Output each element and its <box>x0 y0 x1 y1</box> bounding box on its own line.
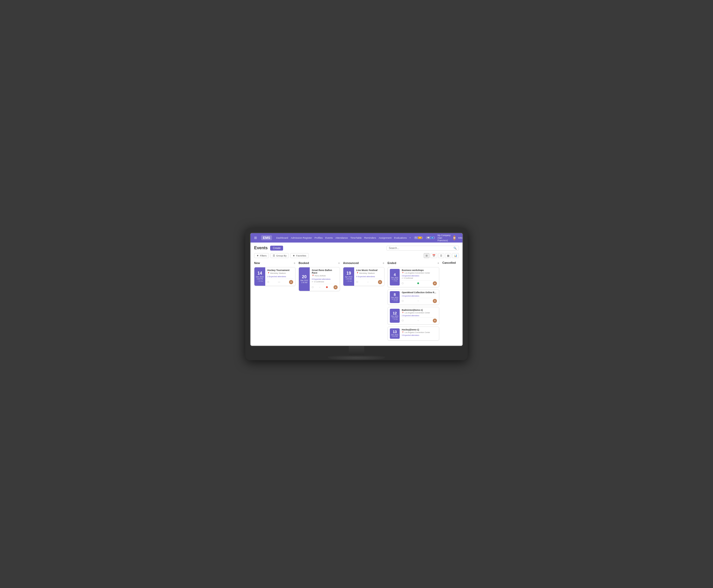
card-footer-booked-1: • M <box>312 284 338 289</box>
ended-title-2: OpenWood Collection Online R... <box>402 291 437 294</box>
card-badminton: 12 Dec 2021 5:30 AM → 14 Dec Badminton(D… <box>388 307 439 324</box>
kanban-board: New + 14 Dec 2022 2:30 PM → 15 Dec <box>254 261 459 343</box>
ended-body-4: Hockey(Demo-1) 📍Los Angeles Convention C… <box>402 329 437 339</box>
status-dot-announced-1 <box>356 281 358 283</box>
card-end: → 21 Apr <box>345 280 352 282</box>
favorites-button[interactable]: ★ Favorites <box>290 253 308 258</box>
navbar-right: ↻ 77 💬 4 My Company (San Francisco) M Mi… <box>414 234 463 242</box>
main-content: Events Create 🔍 ▼ Filters ☰ <box>251 243 462 346</box>
card-avatar-booked-1: M <box>333 285 338 289</box>
toolbar: Events Create 🔍 <box>254 246 459 251</box>
notification-count: 77 <box>418 237 422 239</box>
ended-day-2: 8 <box>394 293 396 296</box>
col-add-new[interactable]: + <box>294 261 296 265</box>
card-avatar-new-1: M <box>289 280 293 284</box>
nav-links: Dashboard Admission Register Profiles Ev… <box>276 236 411 239</box>
card-business-workshops: 4 Dec 2021 11:30 PM → 5 Dec Business wor… <box>388 267 439 287</box>
venue-icon: 📍 <box>402 332 404 334</box>
nav-events[interactable]: Events <box>325 236 333 239</box>
card-day: 19 <box>346 271 351 275</box>
ended-title-1: Business workshops <box>402 269 437 272</box>
card-body-announced-1: Live Music Festival 📍 Wembley Stadium 6 … <box>354 267 384 286</box>
ended-month-4: Dec 2021 <box>391 334 398 336</box>
notification-badge[interactable]: ↻ 77 <box>414 236 423 239</box>
brand-logo[interactable]: EMS <box>261 235 272 240</box>
ended-arrow-2: → 10 Dec <box>392 300 398 301</box>
confirmed-arrow: ↩ <box>402 277 403 279</box>
card-badge-announced-1: 6 Expected attendees <box>356 275 382 278</box>
nav-admission[interactable]: Admission Register <box>291 236 312 239</box>
column-cancelled: Cancelled <box>442 261 459 343</box>
nav-assignment[interactable]: Assignment <box>379 236 392 239</box>
card-time: 2:30 PM <box>257 278 263 280</box>
col-header-cancelled: Cancelled <box>442 261 459 264</box>
card-hockey-tournament: 14 Dec 2022 2:30 PM → 15 Dec Hockey Tour… <box>254 267 296 286</box>
ended-month-1: Dec 2021 <box>391 277 398 278</box>
nav-profiles[interactable]: Profiles <box>315 236 323 239</box>
nav-reminders[interactable]: Reminders <box>364 236 376 239</box>
notification-icon: ↻ <box>415 237 417 239</box>
nav-add[interactable]: + <box>410 236 411 239</box>
ended-date-1: 4 Dec 2021 11:30 PM → 5 Dec <box>390 269 400 286</box>
ended-day-1: 4 <box>394 273 396 276</box>
nav-attendance[interactable]: Attendance <box>335 236 348 239</box>
list-view-button[interactable]: ☰ <box>438 253 444 258</box>
toolbar-left: Events Create <box>254 246 283 251</box>
card-live-music: 19 Apr 2022 1:45 AM → 21 Apr Live Music … <box>343 267 384 286</box>
col-header-booked: Booked + <box>299 261 340 265</box>
col-add-announced[interactable]: + <box>382 261 384 265</box>
col-header-announced: Announced + <box>343 261 384 265</box>
ended-day-3: 12 <box>393 311 397 315</box>
card-day: 20 <box>302 275 307 279</box>
user-avatar[interactable]: M <box>453 235 455 240</box>
chart-view-button[interactable]: 📊 <box>452 253 459 258</box>
stand-neck <box>349 346 364 356</box>
venue-icon: 📍 <box>312 275 314 277</box>
card-hockey-demo: 13 Dec 2021 5:30 AM Hockey(Demo-1) 📍Los … <box>388 327 439 340</box>
search-bar[interactable]: 🔍 <box>387 246 459 251</box>
message-badge[interactable]: 💬 4 <box>426 236 435 239</box>
card-avatar-ended-1: M <box>433 281 437 286</box>
ended-month-2: Dec 2021 <box>391 297 398 298</box>
create-button[interactable]: Create <box>270 246 283 251</box>
filter-icon: ▼ <box>256 254 259 257</box>
col-add-ended[interactable]: + <box>437 261 439 265</box>
col-add-booked[interactable]: + <box>338 261 340 265</box>
kanban-view-button[interactable]: ⊞ <box>424 253 429 258</box>
card-dots: • <box>418 300 418 302</box>
nav-evaluations[interactable]: Evaluations <box>394 236 407 239</box>
ended-date-3: 12 Dec 2021 5:30 AM → 14 Dec <box>390 309 400 323</box>
group-by-button[interactable]: ☰ Group By <box>271 253 289 258</box>
nav-dashboard[interactable]: Dashboard <box>276 236 288 239</box>
nav-timetable[interactable]: TimeTable <box>350 236 362 239</box>
view-icons: ⊞ 📅 ☰ ▦ 📊 <box>424 253 459 258</box>
ended-title-4: Hockey(Demo-1) <box>402 329 437 331</box>
search-input[interactable] <box>389 247 453 250</box>
status-dot-new-1 <box>267 281 269 283</box>
card-day: 14 <box>258 271 262 275</box>
calendar-view-button[interactable]: 📅 <box>430 253 437 258</box>
monitor-stand <box>250 346 463 360</box>
ended-arrow-3: → 14 Dec <box>392 319 398 320</box>
ended-badge-1: 3 Expected attendees <box>402 275 437 277</box>
col-title-announced: Announced <box>343 261 359 265</box>
ended-body-1: Business workshops 📍Los Angeles Conventi… <box>402 269 437 286</box>
status-dot-green <box>417 282 419 284</box>
ended-month-3: Dec 2021 <box>391 315 398 317</box>
filters-button[interactable]: ▼ Filters <box>254 253 269 258</box>
venue-icon: 📍 <box>402 272 404 274</box>
card-month: Dec 2022 <box>256 276 264 278</box>
card-end: → 15 Dec <box>256 280 263 282</box>
card-body-new-1: Hockey Tournament 📍 Wembley Stadium 2 Ex… <box>265 267 295 286</box>
ended-badge-4: 3 Expected attendees <box>402 334 437 336</box>
card-title-new-1: Hockey Tournament <box>267 269 293 272</box>
card-time: 1:45 AM <box>346 278 352 280</box>
card-time: 1:45 AM <box>301 281 307 284</box>
card-date-announced-1: 19 Apr 2022 1:45 AM → 21 Apr <box>343 267 354 286</box>
company-name: My Company (San Francisco) <box>438 234 451 242</box>
column-announced: Announced + 19 Apr 2022 1:45 AM → 21 Apr <box>343 261 384 343</box>
table-view-button[interactable]: ▦ <box>445 253 451 258</box>
card-avatar-announced-1: M <box>378 280 382 284</box>
ended-body-3: Badminton(Demo-1) 📍Los Angeles Conventio… <box>402 309 437 323</box>
message-icon: 💬 <box>427 237 430 239</box>
